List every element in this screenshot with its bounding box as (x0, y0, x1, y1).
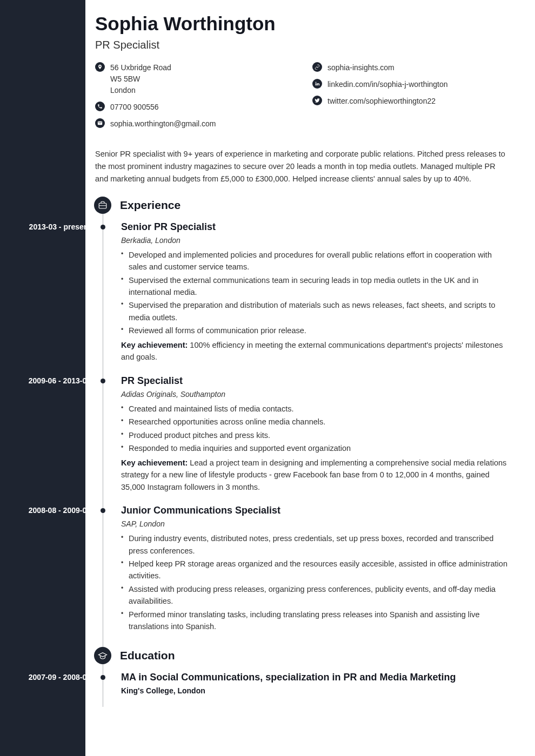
entry-date: 2009-06 - 2013-03 (4, 376, 91, 385)
bullet: Researched opportunities across online m… (121, 416, 508, 428)
email-icon (95, 118, 105, 128)
experience-header: Experience (94, 197, 508, 214)
bullet: Supervised the external communications t… (121, 274, 508, 299)
contact-address: 56 Uxbridge Road W5 5BW London (95, 62, 291, 96)
achievement: Key achievement: Lead a project team in … (121, 457, 508, 493)
phone-icon (95, 102, 105, 111)
bullet: Supervised the preparation and distribut… (121, 299, 508, 323)
bullet: Developed and implemented policies and p… (121, 249, 508, 273)
main-content: Sophia Worthington PR Specialist 56 Uxbr… (85, 0, 535, 756)
timeline-dot (101, 508, 105, 513)
person-name: Sophia Worthington (95, 13, 508, 35)
experience-title: Experience (120, 199, 180, 212)
location-icon (95, 62, 105, 72)
bullet: Performed minor translating tasks, inclu… (121, 609, 508, 633)
experience-entry: 2008-08 - 2009-06 Junior Communications … (103, 505, 508, 647)
contact-phone: 07700 900556 (95, 102, 291, 113)
timeline-dot (101, 675, 105, 680)
linkedin-icon (312, 79, 322, 89)
contact-twitter: twitter.com/sophieworthington22 (312, 96, 508, 107)
entry-company: Adidas Originals, Southampton (121, 390, 508, 399)
contact-linkedin: linkedin.com/in/sophia-j-worthington (312, 79, 508, 90)
entry-date: 2013-03 - present (4, 222, 91, 231)
summary-text: Senior PR specialist with 9+ years of ex… (95, 148, 508, 186)
address-line1: 56 Uxbridge Road (110, 63, 171, 72)
education-entry: 2007-09 - 2008-07 MA in Social Communica… (103, 672, 508, 707)
job-title: PR Specialist (95, 39, 508, 51)
linkedin-text: linkedin.com/in/sophia-j-worthington (327, 79, 448, 90)
bullet: Helped keep PR storage areas organized a… (121, 558, 508, 582)
bullet: Created and maintained lists of media co… (121, 403, 508, 415)
address-line3: London (110, 86, 136, 94)
achievement: Key achievement: 100% efficiency in meet… (121, 339, 508, 363)
briefcase-icon (94, 197, 111, 214)
entry-school: King's College, London (121, 686, 508, 695)
experience-entry: 2009-06 - 2013-03 PR Specialist Adidas O… (103, 375, 508, 505)
entry-title: PR Specialist (121, 375, 508, 387)
entry-company: Berkadia, London (121, 236, 508, 245)
contact-website: sophia-insights.com (312, 62, 508, 73)
education-header: Education (94, 647, 508, 664)
experience-timeline: 2013-03 - present Senior PR Specialist B… (103, 221, 508, 647)
timeline-dot (101, 379, 105, 383)
bullet: Reviewed all forms of communication prio… (121, 325, 508, 336)
timeline-dot (101, 225, 105, 230)
entry-date: 2008-08 - 2009-06 (4, 506, 91, 515)
twitter-icon (312, 96, 322, 105)
twitter-text: twitter.com/sophieworthington22 (327, 96, 436, 107)
bullet: Assisted with producing press releases, … (121, 583, 508, 608)
entry-company: SAP, London (121, 519, 508, 528)
email-text: sophia.worthington@gmail.com (110, 118, 216, 130)
bullet: During industry events, distributed note… (121, 532, 508, 557)
address-line2: W5 5BW (110, 75, 140, 83)
website-text: sophia-insights.com (327, 62, 394, 73)
entry-title: MA in Social Communications, specializat… (121, 672, 508, 683)
bullet: Produced product pitches and press kits. (121, 429, 508, 441)
phone-text: 07700 900556 (110, 102, 159, 113)
entry-title: Junior Communications Specialist (121, 505, 508, 516)
education-title: Education (120, 649, 175, 662)
contact-email: sophia.worthington@gmail.com (95, 118, 291, 130)
link-icon (312, 62, 322, 72)
experience-entry: 2013-03 - present Senior PR Specialist B… (103, 221, 508, 375)
entry-title: Senior PR Specialist (121, 221, 508, 233)
graduation-cap-icon (94, 647, 111, 664)
bullet: Responded to media inquiries and support… (121, 442, 508, 454)
contact-section: 56 Uxbridge Road W5 5BW London 07700 900… (95, 62, 508, 135)
entry-date: 2007-09 - 2008-07 (4, 673, 91, 681)
education-timeline: 2007-09 - 2008-07 MA in Social Communica… (103, 672, 508, 707)
